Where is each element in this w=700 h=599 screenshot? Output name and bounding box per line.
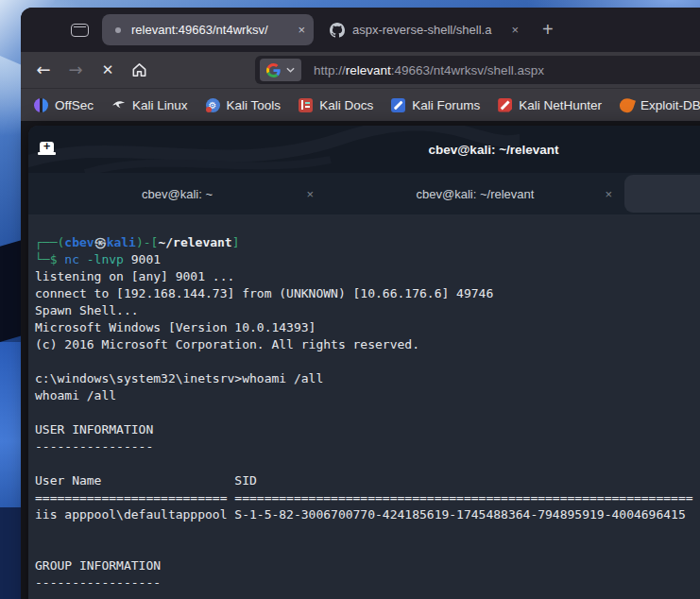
terminal-line: Spawn Shell...	[35, 302, 700, 319]
bookmark-kali-nethunter[interactable]: Kali NetHunter	[498, 98, 602, 112]
terminal-line	[35, 404, 700, 421]
bookmark-label: Kali Linux	[132, 98, 188, 112]
bookmark-offsec[interactable]: OffSec	[34, 98, 94, 112]
google-icon	[266, 63, 281, 77]
terminal-tab-home[interactable]: cbev@kali: ~ ×	[28, 173, 326, 214]
terminal-tab-active-partial[interactable]	[624, 175, 700, 213]
home-icon[interactable]	[130, 61, 148, 78]
terminal-line	[35, 523, 700, 540]
stop-button[interactable]: ✕	[98, 63, 117, 77]
terminal-line: ========================== =============…	[35, 489, 700, 506]
terminal-line: User Name SID	[35, 472, 700, 489]
kali-dragon-icon	[111, 98, 126, 112]
url-text[interactable]: http://relevant:49663/nt4wrksv/shell.asp…	[314, 63, 544, 77]
terminal-tab-label: cbev@kali: ~	[142, 187, 213, 201]
kali-nethunter-icon	[498, 98, 512, 112]
terminal-line: whoami /all	[35, 387, 700, 404]
favicon-placeholder-dot	[115, 27, 121, 33]
terminal-output[interactable]: ┌──(cbev㉿kali)-[~/relevant]└─$ nc -lnvp …	[28, 214, 700, 591]
url-bar[interactable]: http://relevant:49663/nt4wrksv/shell.asp…	[255, 56, 700, 84]
terminal-line: USER INFORMATION	[35, 421, 700, 438]
terminal-tab-bar: cbev@kali: ~ × cbev@kali: ~/relevant ×	[28, 173, 700, 214]
bookmark-label: Kali Tools	[227, 98, 282, 112]
kali-docs-icon	[299, 98, 313, 112]
terminal-window-title: cbev@kali: ~/relevant	[28, 126, 700, 173]
tab-close-icon[interactable]: ×	[511, 23, 519, 37]
url-scheme: http://	[314, 63, 346, 77]
terminal-line: Microsoft Windows [Version 10.0.14393]	[35, 319, 700, 336]
chevron-down-icon	[286, 67, 295, 73]
bookmark-exploit-db[interactable]: Exploit-DB	[620, 98, 700, 112]
tab-label: aspx-reverse-shell/shell.a	[352, 23, 505, 37]
bookmark-label: Kali Docs	[319, 98, 373, 112]
terminal-line: c:\windows\system32\inetsrv>whoami /all	[35, 370, 700, 387]
browser-tab-strip: relevant:49663/nt4wrksv/ × aspx-reverse-…	[21, 8, 700, 52]
bookmarks-bar: OffSec Kali Linux ⚙ Kali Tools Kali Docs…	[21, 88, 700, 121]
bookmark-label: Kali Forums	[412, 98, 480, 112]
terminal-line: └─$ nc -lnvp 9001	[35, 251, 700, 268]
terminal-window: cbev@kali: ~/relevant cbev@kali: ~ × cbe…	[28, 126, 700, 599]
terminal-line: iis apppool\defaultapppool S-1-5-82-3006…	[35, 506, 700, 523]
terminal-line: listening on [any] 9001 ...	[35, 268, 700, 285]
bookmark-kali-forums[interactable]: Kali Forums	[391, 98, 480, 112]
kali-forums-icon	[391, 98, 405, 112]
terminal-line: ----------------	[35, 438, 700, 455]
terminal-line	[35, 455, 700, 472]
offsec-icon	[34, 98, 48, 112]
terminal-line: -----------------	[35, 574, 700, 591]
terminal-line	[35, 540, 700, 557]
browser-tab-relevant[interactable]: relevant:49663/nt4wrksv/ ×	[102, 14, 314, 45]
terminal-tab-relevant[interactable]: cbev@kali: ~/relevant ×	[326, 173, 624, 214]
browser-tab-github[interactable]: aspx-reverse-shell/shell.a ×	[321, 14, 527, 45]
terminal-line	[35, 353, 700, 370]
tab-close-icon[interactable]: ×	[298, 23, 305, 37]
github-icon	[330, 23, 345, 38]
tab-close-icon[interactable]: ×	[605, 173, 612, 214]
bookmark-label: Exploit-DB	[640, 98, 700, 112]
browser-toolbar: ← → ✕ http://relevant:49663/nt4wrksv/she…	[21, 52, 700, 88]
search-engine-chip[interactable]	[260, 59, 301, 81]
terminal-line: (c) 2016 Microsoft Corporation. All righ…	[35, 336, 700, 353]
back-button[interactable]: ←	[34, 61, 53, 78]
terminal-line: GROUP INFORMATION	[35, 557, 700, 574]
bookmark-kali-tools[interactable]: ⚙ Kali Tools	[206, 98, 282, 112]
bookmark-kali-linux[interactable]: Kali Linux	[111, 98, 188, 112]
bookmark-kali-docs[interactable]: Kali Docs	[299, 98, 373, 112]
forward-button[interactable]: →	[66, 61, 85, 78]
tab-label: relevant:49663/nt4wrksv/	[131, 23, 292, 37]
kali-tools-icon: ⚙	[206, 98, 220, 112]
bookmark-label: Kali NetHunter	[519, 98, 602, 112]
tab-close-icon[interactable]: ×	[306, 173, 314, 214]
exploit-db-icon	[618, 96, 636, 114]
url-host: relevant	[346, 63, 391, 77]
new-tab-button[interactable]: +	[542, 19, 554, 41]
firefox-view-icon[interactable]	[71, 24, 89, 37]
terminal-line: ┌──(cbev㉿kali)-[~/relevant]	[35, 234, 700, 251]
terminal-line: connect to [192.168.144.73] from (UNKNOW…	[35, 285, 700, 302]
bookmark-label: OffSec	[55, 98, 94, 112]
terminal-titlebar[interactable]: cbev@kali: ~/relevant	[28, 126, 700, 173]
terminal-tab-label: cbev@kali: ~/relevant	[417, 187, 535, 201]
url-path: :49663/nt4wrksv/shell.aspx	[391, 63, 544, 77]
